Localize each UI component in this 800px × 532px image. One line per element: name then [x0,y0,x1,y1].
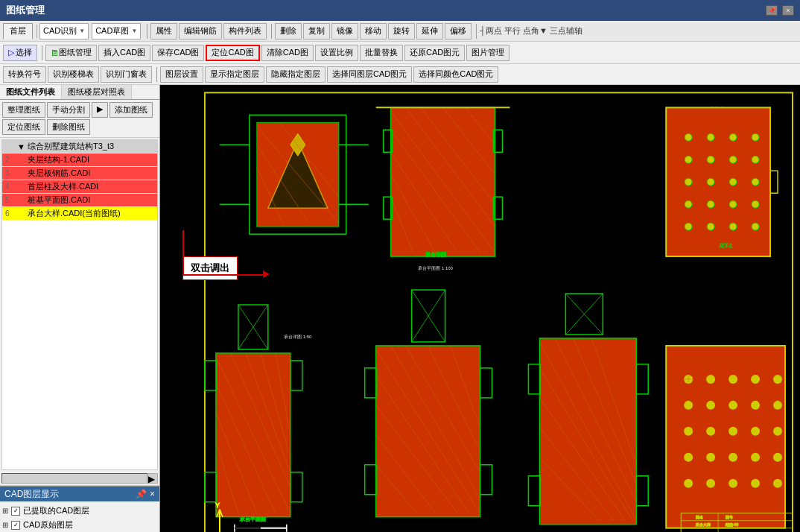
svg-point-135 [729,200,737,208]
list-item[interactable]: 4 首层柱及大样.CADI [2,180,157,194]
layer-checkbox-extracted[interactable]: ✓ [11,507,20,516]
svg-point-103 [684,427,693,436]
svg-point-128 [752,156,759,163]
svg-point-139 [729,223,737,230]
svg-point-113 [684,479,693,488]
layer-checkbox-original[interactable]: ✓ [11,521,20,530]
svg-point-138 [707,223,714,230]
pin-icon[interactable]: 📌 [136,489,147,499]
svg-point-107 [773,427,782,436]
cad-drawing-dropdown[interactable]: CAD草图▼ [92,23,141,39]
delete-drawing-btn[interactable]: 删除图纸 [47,119,90,135]
sep5 [156,67,157,82]
far-right-foundation [666,346,785,528]
svg-point-124 [752,133,759,141]
svg-text:承台大样: 承台大样 [696,522,711,527]
set-scale-btn[interactable]: 设置比例 [315,45,358,61]
panel-tabs: 图纸文件列表 图纸楼层对照表 [0,85,159,100]
svg-point-130 [707,178,714,186]
horizontal-scrollbar[interactable] [1,473,147,484]
svg-point-101 [751,401,760,410]
show-layer-btn[interactable]: 显示指定图层 [205,66,264,83]
list-item-current[interactable]: 6 承台大样.CADI(当前图纸) [2,207,157,221]
layer-settings-btn[interactable]: 图层设置 [160,66,203,83]
canvas-area[interactable]: 双击调出 [160,85,800,532]
scroll-right-btn[interactable]: ▶ [147,473,158,484]
copy-btn[interactable]: 复制 [303,23,330,39]
svg-point-98 [684,401,693,410]
locate-drawing-btn[interactable]: 定位图纸 [2,119,45,135]
mirror-btn[interactable]: 镜像 [331,23,358,39]
svg-text:承台平面图 1:100: 承台平面图 1:100 [418,266,453,270]
rotate-btn[interactable]: 旋转 [388,23,415,39]
svg-point-106 [751,427,760,436]
move-btn[interactable]: 移动 [360,23,387,39]
close-icon[interactable]: × [150,489,155,499]
layer-item-original: ⊞ ✓ CAD原始图层 [2,518,157,532]
svg-text:JZT-1: JZT-1 [719,243,732,248]
component-list-btn[interactable]: 构件列表 [223,23,267,39]
convert-symbol-btn[interactable]: 转换符号 [3,66,46,83]
svg-point-131 [729,178,737,186]
toolbar-row3: 转换符号 识别楼梯表 识别门窗表 图层设置 显示指定图层 隐藏指定图层 选择同图… [0,64,800,85]
tab-floor-map[interactable]: 图纸楼层对照表 [62,85,132,99]
identify-stairs-btn[interactable]: 识别楼梯表 [48,66,99,83]
svg-point-104 [706,427,715,436]
svg-text:结施-06: 结施-06 [726,522,738,527]
title-text: 图纸管理 [6,4,45,17]
svg-text:图号: 图号 [726,515,733,519]
list-item[interactable]: ▼ 综合别墅建筑结构T3_t3 [2,140,157,153]
tab-floor[interactable]: 首层 [3,23,33,39]
svg-point-100 [728,401,737,410]
offset-btn[interactable]: 偏移 [445,23,472,39]
close-panel-button[interactable]: × [782,5,794,16]
insert-cad-btn[interactable]: 插入CAD图 [98,45,150,61]
clear-cad-btn[interactable]: 清除CAD图 [261,45,314,61]
svg-point-94 [706,375,715,384]
svg-rect-92 [666,346,785,528]
property-btn[interactable]: 属性 [150,23,177,39]
svg-point-117 [773,479,782,488]
select-btn[interactable]: ▷选择 [3,45,37,61]
sep3 [476,24,477,39]
list-item[interactable]: 5 桩基平面图.CADI [2,194,157,207]
title-controls: 📌 × [766,5,794,16]
organize-btn[interactable]: 整理图纸 [2,102,45,118]
restore-cad-btn[interactable]: 还原CAD图元 [404,45,465,61]
cad-identify-dropdown[interactable]: CAD识别▼ [39,23,89,39]
batch-replace-btn[interactable]: 批量替换 [360,45,403,61]
list-item[interactable]: 3 夹层板钢筋.CADI [2,167,157,180]
svg-point-140 [752,223,759,230]
top-center-detail: 承台详图 [376,107,510,258]
locate-cad-btn[interactable]: 定位CAD图 [206,45,259,61]
sep4 [42,45,42,60]
svg-text:承台详图 1:50: 承台详图 1:50 [284,334,312,339]
svg-point-123 [729,133,737,141]
hide-layer-btn[interactable]: 隐藏指定图层 [266,66,326,83]
select-same-color-btn[interactable]: 选择同颜色CAD图元 [413,66,498,83]
mid-center-left [365,346,492,517]
extend-btn[interactable]: 延伸 [416,23,443,39]
cad-layer-header: CAD图层显示 📌 × [0,487,159,501]
drawing-manage-btn[interactable]: 🖹图纸管理 [45,45,97,61]
manual-split-btn[interactable]: 手动分割 [47,102,90,118]
save-cad-btn[interactable]: 保存CAD图 [152,45,204,61]
annotation-arrow-line [182,274,264,276]
select-same-layer-btn[interactable]: 选择同图层CAD图元 [327,66,412,83]
edit-rebar-btn[interactable]: 编辑钢筋 [179,23,222,39]
list-item[interactable]: 2 夹层结构-1.CADI [2,153,157,167]
svg-point-95 [728,375,737,384]
identify-doors-btn[interactable]: 识别门窗表 [101,66,152,83]
svg-point-110 [728,453,737,462]
expand-btn[interactable]: ▶ [92,102,108,118]
tab-file-list[interactable]: 图纸文件列表 [0,85,62,99]
svg-text:承台平面图: 承台平面图 [240,516,266,522]
sep2 [271,24,272,39]
svg-point-112 [773,453,782,462]
panel-actions: 整理图纸 手动分割 ▶ 添加图纸 定位图纸 删除图纸 [0,100,159,138]
image-manage-btn[interactable]: 图片管理 [466,45,509,61]
annotation-line-vertical [182,230,184,275]
pin-button[interactable]: 📌 [766,5,778,16]
delete-btn[interactable]: 删除 [275,23,302,39]
add-drawing-btn[interactable]: 添加图纸 [109,102,153,118]
